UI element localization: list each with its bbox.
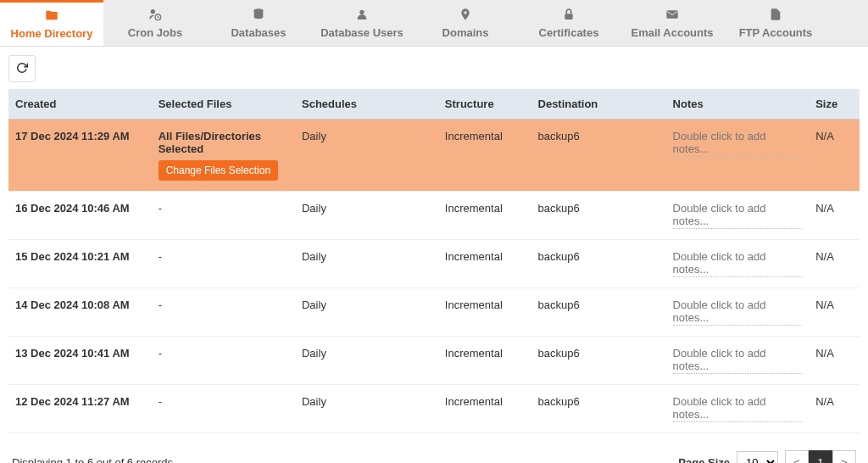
tab-domains[interactable]: Domains [414, 0, 517, 46]
table-row[interactable]: 13 Dec 2024 10:41 AM-DailyIncrementalbac… [8, 337, 860, 385]
pin-icon [458, 8, 473, 25]
cell-size: N/A [809, 288, 860, 337]
refresh-icon [16, 62, 28, 76]
cell-destination: backup6 [531, 385, 666, 433]
tab-label: Databases [231, 26, 286, 39]
cell-notes: Double click to add notes... [666, 240, 810, 288]
cell-size: N/A [809, 337, 860, 385]
cell-schedules: Daily [295, 240, 438, 288]
user-clock-icon [147, 8, 163, 25]
cell-selected-files: All Files/DirectoriesSelectedChange File… [152, 120, 295, 192]
cell-created: 17 Dec 2024 11:29 AM [8, 120, 152, 192]
cell-created: 16 Dec 2024 10:46 AM [8, 192, 152, 240]
svg-point-0 [151, 9, 155, 14]
cell-structure: Incremental [438, 240, 531, 288]
cell-structure: Incremental [438, 288, 531, 337]
col-schedules[interactable]: Schedules [295, 89, 438, 120]
notes-editable[interactable]: Double click to add notes... [673, 347, 803, 374]
notes-editable[interactable]: Double click to add notes... [673, 130, 803, 157]
svg-point-3 [359, 9, 364, 14]
tab-label: FTP Accounts [739, 26, 813, 39]
refresh-button[interactable] [8, 55, 36, 82]
tab-label: Email Accounts [631, 26, 713, 39]
cell-notes: Double click to add notes... [666, 192, 810, 240]
cell-selected-files: - [152, 337, 295, 385]
folder-icon [44, 8, 59, 25]
user-icon [354, 8, 370, 25]
pager-current[interactable]: 1 [809, 450, 832, 463]
cell-destination: backup6 [531, 288, 666, 337]
cell-notes: Double click to add notes... [666, 385, 810, 433]
svg-rect-5 [565, 14, 572, 20]
tab-email-accounts[interactable]: Email Accounts [620, 0, 724, 46]
cell-notes: Double click to add notes... [666, 288, 810, 337]
page-size-label: Page Size [678, 456, 730, 464]
table-row[interactable]: 15 Dec 2024 10:21 AM-DailyIncrementalbac… [8, 240, 860, 288]
cell-selected-files: - [152, 192, 295, 240]
col-destination[interactable]: Destination [531, 89, 666, 120]
notes-editable[interactable]: Double click to add notes... [673, 202, 803, 229]
table-row[interactable]: 14 Dec 2024 10:08 AM-DailyIncrementalbac… [8, 288, 860, 337]
pager: < 1 > [785, 450, 856, 463]
cell-selected-files: - [152, 240, 295, 288]
tab-label: Certificates [539, 26, 599, 39]
cell-destination: backup6 [531, 192, 666, 240]
cell-created: 15 Dec 2024 10:21 AM [8, 240, 152, 288]
cell-schedules: Daily [295, 385, 438, 433]
tab-label: Database Users [320, 26, 403, 39]
tab-cron-jobs[interactable]: Cron Jobs [103, 0, 207, 46]
table-row[interactable]: 17 Dec 2024 11:29 AMAll Files/Directorie… [8, 120, 860, 192]
selected-files-line: Selected [159, 142, 288, 155]
cell-destination: backup6 [531, 337, 666, 385]
file-icon [768, 8, 783, 25]
cell-schedules: Daily [295, 288, 438, 337]
notes-editable[interactable]: Double click to add notes... [673, 250, 803, 277]
tab-label: Cron Jobs [128, 26, 182, 39]
col-created[interactable]: Created [8, 89, 152, 120]
page-size-select[interactable]: 10 [737, 451, 778, 464]
tab-certificates[interactable]: Certificates [517, 0, 620, 46]
table-row[interactable]: 12 Dec 2024 11:27 AM-DailyIncrementalbac… [8, 385, 860, 433]
cell-destination: backup6 [531, 240, 666, 288]
pager-next[interactable]: > [832, 450, 856, 463]
cell-structure: Incremental [438, 337, 531, 385]
col-structure[interactable]: Structure [438, 89, 531, 120]
cell-selected-files: - [152, 385, 295, 433]
cell-notes: Double click to add notes... [666, 120, 810, 192]
cell-destination: backup6 [531, 120, 666, 192]
backups-table: Created Selected Files Schedules Structu… [8, 89, 860, 433]
cell-schedules: Daily [295, 120, 438, 192]
svg-rect-6 [666, 10, 677, 18]
notes-editable[interactable]: Double click to add notes... [673, 395, 803, 422]
tab-database-users[interactable]: Database Users [310, 0, 414, 46]
col-notes[interactable]: Notes [666, 89, 810, 120]
tab-label: Domains [442, 26, 489, 39]
record-count: Displaying 1 to 6 out of 6 records [12, 456, 173, 464]
cell-created: 14 Dec 2024 10:08 AM [8, 288, 152, 337]
cell-notes: Double click to add notes... [666, 337, 810, 385]
selected-files-line: All Files/Directories [159, 130, 288, 142]
tabs-bar: Home DirectoryCron JobsDatabasesDatabase… [0, 0, 868, 47]
svg-point-4 [464, 11, 466, 14]
cell-size: N/A [809, 385, 860, 433]
database-icon [251, 8, 266, 25]
notes-editable[interactable]: Double click to add notes... [673, 298, 803, 326]
table-footer: Displaying 1 to 6 out of 6 records Page … [8, 450, 860, 463]
cell-selected-files: - [152, 288, 295, 337]
cell-size: N/A [809, 240, 860, 288]
change-files-button[interactable]: Change Files Selection [159, 160, 278, 181]
table-row[interactable]: 16 Dec 2024 10:46 AM-DailyIncrementalbac… [8, 192, 860, 240]
cell-size: N/A [809, 120, 860, 192]
pager-prev[interactable]: < [785, 450, 809, 463]
tab-databases[interactable]: Databases [207, 0, 310, 46]
col-selected-files[interactable]: Selected Files [152, 89, 295, 120]
envelope-icon [665, 8, 680, 25]
tab-ftp-accounts[interactable]: FTP Accounts [724, 0, 827, 46]
cell-structure: Incremental [438, 192, 531, 240]
tab-label: Home Directory [11, 27, 93, 40]
cell-structure: Incremental [438, 385, 531, 433]
col-size[interactable]: Size [809, 89, 860, 120]
cell-schedules: Daily [295, 337, 438, 385]
cell-size: N/A [809, 192, 860, 240]
tab-home-directory[interactable]: Home Directory [0, 0, 103, 46]
